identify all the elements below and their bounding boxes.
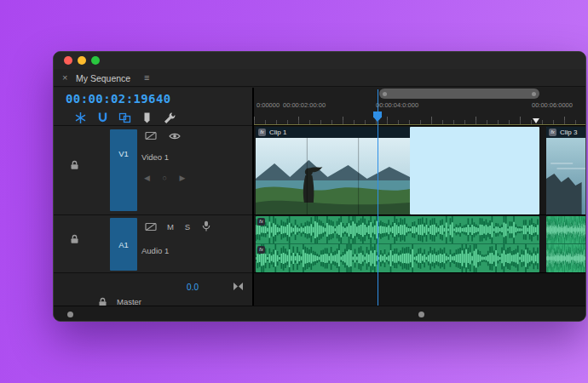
add-marker-button[interactable]	[139, 110, 154, 125]
ruler-label: 0:00000	[257, 101, 280, 109]
fx-badge-icon: fx	[257, 246, 265, 254]
audio-waveform	[546, 244, 586, 272]
clip-thumbnail-mountain-scene	[256, 138, 410, 214]
video-track-header: V1 Video 1 ◀ ○ ▶	[54, 125, 252, 214]
horizontal-scrollbar[interactable]	[54, 306, 585, 322]
tab-my-sequence[interactable]: My Sequence	[76, 73, 130, 83]
solo-track-button[interactable]: S	[182, 222, 193, 232]
mute-track-button[interactable]: M	[164, 222, 176, 232]
audio-waveform	[546, 216, 586, 243]
audio-channel-right	[546, 244, 586, 272]
clip-label-bar: fx Clip 1	[256, 127, 410, 138]
linked-selection-button[interactable]	[117, 110, 132, 125]
master-track-header: Master 0.0	[54, 272, 252, 306]
close-panel-icon[interactable]: ×	[62, 72, 67, 83]
audio-track-a1-lane[interactable]: fx fx	[254, 214, 586, 272]
audio-clip-1[interactable]: fx fx	[256, 216, 539, 272]
add-keyframe-button[interactable]: ○	[162, 174, 166, 182]
voiceover-record-button[interactable]	[202, 220, 210, 232]
lock-video-track-button[interactable]	[70, 160, 79, 170]
marker-icon	[141, 111, 153, 124]
video-track-v1-lane[interactable]: fx Clip 1	[254, 125, 586, 214]
audio-track-header: A1 M S Audio 1	[54, 214, 252, 272]
zoom-window-button[interactable]	[91, 56, 100, 65]
audio-channel-right: fx	[256, 244, 539, 272]
pan-control-button[interactable]	[233, 282, 244, 291]
scroll-handle-right[interactable]	[418, 312, 424, 317]
timeline-area[interactable]: 0:00000 00:00:02:00:00 00:00:04:0:000 00…	[252, 88, 586, 306]
master-level-value[interactable]: 0.0	[161, 283, 199, 292]
lock-audio-track-button[interactable]	[70, 234, 79, 244]
fx-badge-icon: fx	[549, 129, 556, 136]
clip-label-bar: fx Clip 3	[546, 127, 586, 138]
bowtie-pan-icon	[233, 282, 244, 291]
prev-keyframe-button[interactable]: ◀	[144, 174, 150, 182]
sync-lock-audio-button[interactable]	[145, 222, 157, 232]
snap-button[interactable]	[95, 110, 110, 125]
desktop-background: × My Sequence ≡ 00:00:02:19640	[0, 0, 588, 383]
audio-track-name: Audio 1	[141, 246, 169, 255]
clip-name: Clip 3	[560, 129, 577, 136]
ruler-label: 00:00:02:00:00	[283, 101, 326, 109]
microphone-icon	[202, 220, 210, 232]
track-target-a1[interactable]: A1	[110, 218, 137, 271]
clip-thumbnail-water-scene	[546, 138, 586, 214]
playhead-line	[378, 89, 379, 306]
nest-icon	[74, 111, 87, 124]
time-ruler[interactable]: 0:00000 00:00:02:00:00 00:00:04:0:000 00…	[254, 88, 586, 125]
keyframe-nav: ◀ ○ ▶	[144, 174, 195, 182]
ruler-label: 00:00:04:0:000	[376, 101, 418, 109]
master-track-lane	[254, 272, 586, 306]
work-area-bar[interactable]	[379, 89, 539, 99]
video-track-name: Video 1	[141, 152, 169, 162]
track-target-v1[interactable]: V1	[110, 129, 137, 211]
lock-icon	[70, 160, 79, 170]
scroll-handle-left[interactable]	[67, 312, 73, 317]
work-area-end-marker[interactable]	[533, 118, 539, 123]
wrench-icon	[163, 111, 176, 124]
timeline-toolbar	[54, 110, 252, 127]
panel-menu-icon[interactable]: ≡	[144, 72, 149, 83]
audio-clip-3[interactable]	[546, 216, 586, 272]
clip-name: Clip 1	[269, 129, 286, 136]
video-clip-selected[interactable]	[410, 127, 539, 214]
audio-channel-left	[546, 216, 586, 244]
sync-lock-video-button[interactable]	[145, 131, 157, 140]
track-header-panel: 00:00:02:19640	[54, 88, 252, 306]
fx-badge-icon: fx	[257, 218, 265, 226]
next-keyframe-button[interactable]: ▶	[179, 174, 185, 182]
audio-channel-left: fx	[256, 216, 539, 244]
ruler-label: 00:00:06:0000	[532, 101, 573, 109]
toggle-track-output-button[interactable]	[169, 132, 181, 140]
nest-button[interactable]	[72, 110, 88, 125]
app-window: × My Sequence ≡ 00:00:02:19640	[53, 51, 586, 322]
sync-lock-icon	[145, 222, 157, 232]
fx-badge-icon: fx	[258, 129, 266, 136]
audio-waveform	[256, 244, 539, 272]
close-window-button[interactable]	[64, 56, 72, 65]
magnet-icon	[96, 111, 109, 124]
audio-waveform	[256, 216, 539, 243]
linked-selection-icon	[118, 111, 131, 124]
panel-tab-bar: × My Sequence ≡	[54, 69, 585, 87]
video-clip-3[interactable]: fx Clip 3	[546, 127, 586, 214]
lock-icon	[70, 234, 79, 244]
eye-icon	[169, 132, 181, 140]
timeline-settings-button[interactable]	[161, 110, 176, 125]
sync-lock-icon	[145, 131, 157, 140]
window-titlebar[interactable]	[54, 52, 585, 69]
minimize-window-button[interactable]	[78, 56, 86, 65]
video-clip-1[interactable]: fx Clip 1	[256, 127, 410, 214]
playhead-timecode[interactable]: 00:00:02:19640	[66, 92, 171, 106]
